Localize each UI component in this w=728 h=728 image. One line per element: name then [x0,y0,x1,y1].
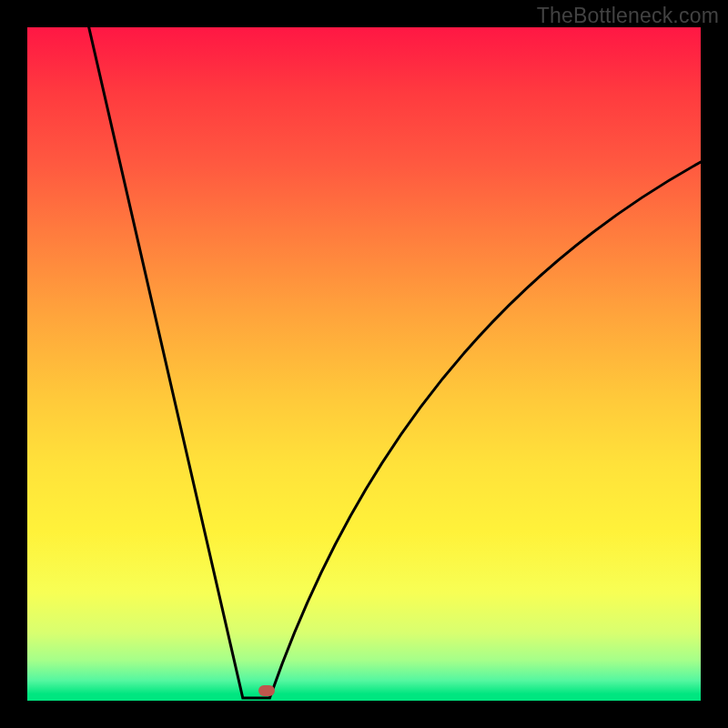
chart-frame: TheBottleneck.com [0,0,728,728]
watermark-text: TheBottleneck.com [537,4,719,28]
bottleneck-curve [27,27,701,701]
plot-area [27,27,701,701]
optimal-point-marker [258,685,275,696]
